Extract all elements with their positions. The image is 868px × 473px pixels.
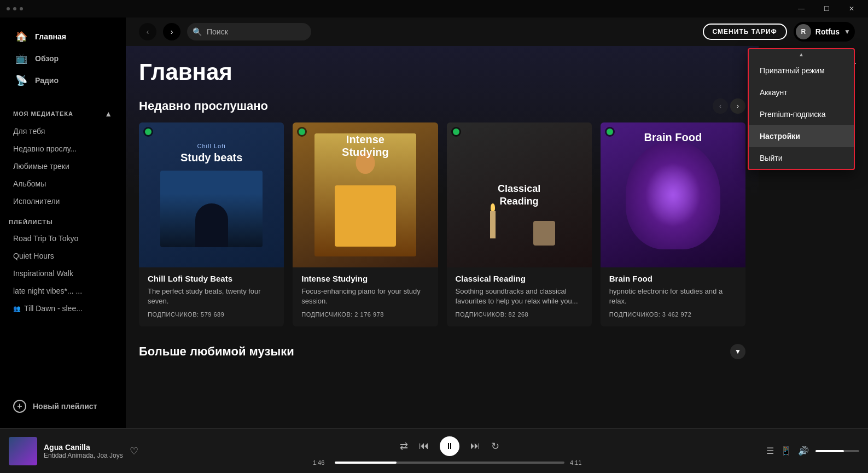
card-title-chill-lofi: Chill Lofi Study Beats [148,274,275,283]
card-body-classical: Classical Reading Soothing soundtracks a… [447,267,592,326]
spotify-dot-inner-3 [453,129,459,135]
maximize-button[interactable]: ☐ [814,0,838,17]
home-icon: 🏠 [15,31,27,43]
library-section-header: МОЯ МЕДИАТЕКА ▲ [0,105,126,122]
card-img-brain: Brain Food [601,122,745,267]
chevron-down-icon: ▼ [844,28,850,36]
repeat-button[interactable]: ↻ [491,440,499,452]
playlist-item-inspirational-walk[interactable]: Inspirational Walk [4,265,121,282]
add-playlist-button[interactable]: + Новый плейлист [0,393,126,419]
prev-button[interactable]: ⏮ [419,440,429,452]
dropdown-item-premium[interactable]: Premium-подписка [749,103,854,125]
queue-icon[interactable]: ☰ [766,446,774,456]
playlist-item-late-night-vibes[interactable]: late night vibes*... ... [4,282,121,300]
card-desc-intense: Focus-enhancing piano for your study ses… [301,287,429,306]
card-subscribers-classical: ПОДПИСЧИКОВ: 82 268 [456,311,583,318]
intense-person-body [335,185,395,247]
player-track-artist: Entidad Animada, Joa Joys [44,452,123,459]
player-right: ☰ 📱 🔊 [761,446,859,456]
library-item-liked-songs[interactable]: Любимые треки [4,157,121,175]
section-next-button[interactable]: › [730,98,745,114]
recent-section-header: Недавно прослушано ‹ › [139,98,745,114]
dot2 [13,7,16,10]
chill-lofi-title-text: Study beats [180,151,242,164]
top-nav-right: СМЕНИТЬ ТАРИФ R Rotfus ▼ ▲ Приватный реж… [703,22,855,42]
radio-icon: 📡 [15,74,27,86]
intense-title-text: Studying [342,146,389,159]
add-playlist-label: Новый плейлист [33,402,97,411]
card-title-classical: Classical Reading [456,274,583,283]
spotify-dot-inner-4 [607,129,613,135]
time-elapsed: 1:46 [313,459,329,466]
playlist-item-road-trip[interactable]: Road Trip To Tokyo [4,230,121,247]
add-icon: + [13,400,26,413]
shuffle-button[interactable]: ⇄ [400,440,408,452]
sidebar-item-browse[interactable]: 📺 Обзор [9,48,117,69]
search-wrapper: 🔍 [187,23,311,40]
card-body-chill-lofi: Chill Lofi Study Beats The perfect study… [139,267,284,326]
card-intense-studying[interactable]: Intense Studying Intense Studying Focus-… [293,122,438,326]
chill-lofi-figure [160,171,263,247]
card-brain-food[interactable]: Brain Food Brain Food hypnotic electroni… [601,122,745,326]
search-input[interactable] [187,23,311,40]
upgrade-button[interactable]: СМЕНИТЬ ТАРИФ [703,24,787,40]
more-section-controls: ▼ [730,344,745,359]
library-item-albums[interactable]: Альбомы [4,175,121,192]
sidebar-radio-label: Радио [35,76,59,85]
classical-mug [533,221,555,246]
dropdown-item-private-mode[interactable]: Приватный режим [749,60,854,81]
title-bar-controls: — ☐ ✕ [789,0,864,17]
playlist-item-quiet-hours[interactable]: Quiet Hours [4,247,121,265]
spotify-dot-inner-2 [299,129,305,135]
next-button[interactable]: ⏭ [470,440,480,452]
card-desc-chill-lofi: The perfect study beats, twenty four sev… [148,287,275,306]
brain-art: Brain Food [601,122,745,267]
dropdown-item-settings[interactable]: Настройки [749,125,854,147]
minimize-button[interactable]: — [789,0,813,17]
card-subscribers-chill-lofi: ПОДПИСЧИКОВ: 579 689 [148,311,275,318]
page-title: Главная [139,59,745,85]
section-prev-button[interactable]: ‹ [713,98,728,114]
dropdown-item-logout[interactable]: Выйти [749,147,854,169]
library-item-recently-played[interactable]: Недавно прослу... [4,140,121,157]
player-bar: Agua Canilla Entidad Animada, Joa Joys ♡… [0,428,868,473]
card-desc-classical: Soothing soundtracks and classical favou… [456,287,583,306]
card-subscribers-intense: ПОДПИСЧИКОВ: 2 176 978 [301,311,429,318]
main-area: ‹ › 🔍 СМЕНИТЬ ТАРИФ R Rotfus ▼ [126,17,868,428]
volume-slider[interactable] [815,450,859,452]
card-body-intense: Intense Studying Focus-enhancing piano f… [293,267,438,326]
dropdown-item-account[interactable]: Аккаунт [749,81,854,103]
card-classical-reading[interactable]: Classical Reading Classical Reading Soot… [447,122,592,326]
close-button[interactable]: ✕ [840,0,864,17]
progress-track[interactable] [335,462,564,464]
sidebar-item-radio[interactable]: 📡 Радио [9,70,117,91]
app-body: 🏠 Главная 📺 Обзор 📡 Радио МОЯ МЕДИАТЕКА … [0,17,868,428]
time-total: 4:11 [570,459,586,466]
playlist-item-till-dawn[interactable]: 👥 Till Dawn - slee... [4,300,121,317]
pause-button[interactable]: ⏸ [440,436,459,456]
library-item-for-you[interactable]: Для тебя [4,122,121,140]
card-desc-brain: hypnotic electronic for studies and a re… [609,287,737,306]
brain-glow [645,162,701,227]
more-scroll-down-btn[interactable]: ▼ [730,344,745,359]
nav-forward-button[interactable]: › [163,23,180,40]
scroll-spacer [4,317,121,334]
nav-back-button[interactable]: ‹ [139,23,156,40]
classical-title-text: Reading [498,195,540,208]
progress-bar: 1:46 4:11 [313,459,586,466]
devices-icon[interactable]: 📱 [780,446,791,456]
volume-icon[interactable]: 🔊 [798,446,809,456]
library-scroll[interactable]: Для тебя Недавно прослу... Любимые треки… [0,122,126,393]
player-track-title: Agua Canilla [44,443,123,452]
dot1 [7,7,10,10]
sidebar-item-home[interactable]: 🏠 Главная [9,26,117,47]
user-menu-button[interactable]: R Rotfus ▼ [794,22,855,42]
intense-art: Intense Studying [293,122,438,267]
spotify-dot-3 [451,127,461,137]
username-label: Rotfus [815,27,840,36]
card-chill-lofi[interactable]: Chill Lofi Study beats Chill Lofi Study … [139,122,284,326]
library-item-artists[interactable]: Исполнители [4,192,121,210]
like-icon[interactable]: ♡ [130,445,138,457]
library-chevron-icon[interactable]: ▲ [104,109,113,118]
classical-art: Classical Reading [447,122,592,267]
